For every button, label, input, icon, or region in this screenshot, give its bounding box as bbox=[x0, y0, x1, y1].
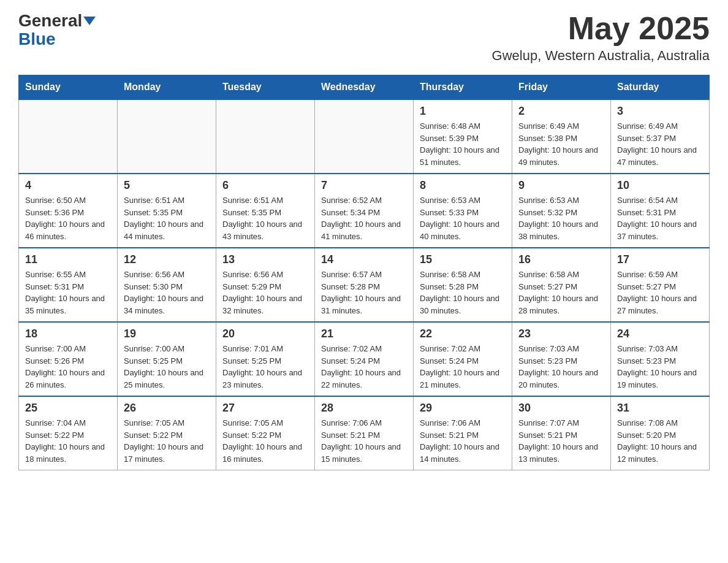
day-info: Sunrise: 6:53 AMSunset: 5:33 PMDaylight:… bbox=[420, 194, 506, 242]
calendar-weekday-tuesday: Tuesday bbox=[216, 75, 315, 100]
calendar-day-12: 12Sunrise: 6:56 AMSunset: 5:30 PMDayligh… bbox=[118, 248, 216, 322]
day-info: Sunrise: 6:51 AMSunset: 5:35 PMDaylight:… bbox=[222, 194, 308, 242]
logo: General Blue bbox=[18, 12, 96, 49]
page-header: General Blue May 2025 Gwelup, Western Au… bbox=[18, 12, 710, 64]
calendar-day-11: 11Sunrise: 6:55 AMSunset: 5:31 PMDayligh… bbox=[19, 248, 118, 322]
calendar-day-8: 8Sunrise: 6:53 AMSunset: 5:33 PMDaylight… bbox=[414, 174, 512, 248]
day-info: Sunrise: 6:59 AMSunset: 5:27 PMDaylight:… bbox=[617, 269, 703, 316]
day-number: 18 bbox=[25, 327, 111, 340]
day-number: 5 bbox=[124, 179, 210, 192]
calendar-day-29: 29Sunrise: 7:06 AMSunset: 5:21 PMDayligh… bbox=[414, 396, 512, 470]
day-number: 28 bbox=[321, 402, 407, 415]
day-number: 14 bbox=[321, 253, 407, 266]
calendar-week-row: 4Sunrise: 6:50 AMSunset: 5:36 PMDaylight… bbox=[19, 174, 710, 248]
calendar-day-31: 31Sunrise: 7:08 AMSunset: 5:20 PMDayligh… bbox=[611, 396, 710, 470]
month-title: May 2025 bbox=[492, 12, 710, 44]
calendar-day-4: 4Sunrise: 6:50 AMSunset: 5:36 PMDaylight… bbox=[19, 174, 118, 248]
calendar-day-17: 17Sunrise: 6:59 AMSunset: 5:27 PMDayligh… bbox=[611, 248, 710, 322]
day-info: Sunrise: 6:50 AMSunset: 5:36 PMDaylight:… bbox=[25, 194, 111, 242]
location-title: Gwelup, Western Australia, Australia bbox=[492, 48, 710, 64]
day-info: Sunrise: 7:08 AMSunset: 5:20 PMDaylight:… bbox=[617, 417, 703, 465]
day-info: Sunrise: 6:58 AMSunset: 5:27 PMDaylight:… bbox=[518, 269, 604, 316]
day-number: 7 bbox=[321, 179, 407, 192]
calendar-weekday-thursday: Thursday bbox=[414, 75, 512, 100]
day-number: 17 bbox=[617, 253, 703, 266]
day-number: 31 bbox=[617, 402, 703, 415]
calendar-empty-cell bbox=[19, 99, 118, 174]
day-number: 29 bbox=[420, 402, 506, 415]
day-number: 1 bbox=[420, 105, 506, 118]
day-number: 25 bbox=[25, 402, 111, 415]
day-number: 2 bbox=[518, 105, 604, 118]
calendar-week-row: 18Sunrise: 7:00 AMSunset: 5:26 PMDayligh… bbox=[19, 322, 710, 396]
day-number: 10 bbox=[617, 179, 703, 192]
calendar-day-3: 3Sunrise: 6:49 AMSunset: 5:37 PMDaylight… bbox=[611, 99, 710, 174]
calendar-day-20: 20Sunrise: 7:01 AMSunset: 5:25 PMDayligh… bbox=[216, 322, 315, 396]
day-number: 8 bbox=[420, 179, 506, 192]
day-info: Sunrise: 7:02 AMSunset: 5:24 PMDaylight:… bbox=[420, 343, 506, 391]
title-section: May 2025 Gwelup, Western Australia, Aust… bbox=[492, 12, 710, 64]
calendar-weekday-monday: Monday bbox=[118, 75, 216, 100]
calendar-weekday-sunday: Sunday bbox=[19, 75, 118, 100]
calendar-day-1: 1Sunrise: 6:48 AMSunset: 5:39 PMDaylight… bbox=[414, 99, 512, 174]
day-number: 19 bbox=[124, 327, 210, 340]
day-info: Sunrise: 7:00 AMSunset: 5:25 PMDaylight:… bbox=[124, 343, 210, 391]
day-number: 20 bbox=[222, 327, 308, 340]
calendar-day-28: 28Sunrise: 7:06 AMSunset: 5:21 PMDayligh… bbox=[315, 396, 414, 470]
day-number: 13 bbox=[222, 253, 308, 266]
logo-general: General bbox=[18, 12, 82, 29]
calendar-day-15: 15Sunrise: 6:58 AMSunset: 5:28 PMDayligh… bbox=[414, 248, 512, 322]
calendar-empty-cell bbox=[118, 99, 216, 174]
calendar-weekday-wednesday: Wednesday bbox=[315, 75, 414, 100]
day-info: Sunrise: 7:05 AMSunset: 5:22 PMDaylight:… bbox=[222, 417, 308, 465]
day-info: Sunrise: 7:00 AMSunset: 5:26 PMDaylight:… bbox=[25, 343, 111, 391]
logo-blue: Blue bbox=[18, 29, 56, 48]
day-info: Sunrise: 6:53 AMSunset: 5:32 PMDaylight:… bbox=[518, 194, 604, 242]
calendar-day-7: 7Sunrise: 6:52 AMSunset: 5:34 PMDaylight… bbox=[315, 174, 414, 248]
day-info: Sunrise: 6:52 AMSunset: 5:34 PMDaylight:… bbox=[321, 194, 407, 242]
day-number: 24 bbox=[617, 327, 703, 340]
day-info: Sunrise: 7:03 AMSunset: 5:23 PMDaylight:… bbox=[518, 343, 604, 391]
day-number: 22 bbox=[420, 327, 506, 340]
day-info: Sunrise: 6:58 AMSunset: 5:28 PMDaylight:… bbox=[420, 269, 506, 316]
day-info: Sunrise: 6:49 AMSunset: 5:38 PMDaylight:… bbox=[518, 120, 604, 168]
calendar-day-10: 10Sunrise: 6:54 AMSunset: 5:31 PMDayligh… bbox=[611, 174, 710, 248]
calendar-day-6: 6Sunrise: 6:51 AMSunset: 5:35 PMDaylight… bbox=[216, 174, 315, 248]
calendar-weekday-friday: Friday bbox=[512, 75, 611, 100]
day-number: 16 bbox=[518, 253, 604, 266]
calendar-day-19: 19Sunrise: 7:00 AMSunset: 5:25 PMDayligh… bbox=[118, 322, 216, 396]
calendar-empty-cell bbox=[216, 99, 315, 174]
day-info: Sunrise: 6:51 AMSunset: 5:35 PMDaylight:… bbox=[124, 194, 210, 242]
day-info: Sunrise: 6:55 AMSunset: 5:31 PMDaylight:… bbox=[25, 269, 111, 316]
day-info: Sunrise: 6:48 AMSunset: 5:39 PMDaylight:… bbox=[420, 120, 506, 168]
day-info: Sunrise: 7:02 AMSunset: 5:24 PMDaylight:… bbox=[321, 343, 407, 391]
day-info: Sunrise: 6:54 AMSunset: 5:31 PMDaylight:… bbox=[617, 194, 703, 242]
day-number: 6 bbox=[222, 179, 308, 192]
calendar-day-21: 21Sunrise: 7:02 AMSunset: 5:24 PMDayligh… bbox=[315, 322, 414, 396]
day-number: 15 bbox=[420, 253, 506, 266]
calendar-week-row: 25Sunrise: 7:04 AMSunset: 5:22 PMDayligh… bbox=[19, 396, 710, 470]
calendar-day-9: 9Sunrise: 6:53 AMSunset: 5:32 PMDaylight… bbox=[512, 174, 611, 248]
calendar-day-18: 18Sunrise: 7:00 AMSunset: 5:26 PMDayligh… bbox=[19, 322, 118, 396]
logo-triangle-icon bbox=[83, 17, 96, 25]
day-info: Sunrise: 7:03 AMSunset: 5:23 PMDaylight:… bbox=[617, 343, 703, 391]
calendar-day-25: 25Sunrise: 7:04 AMSunset: 5:22 PMDayligh… bbox=[19, 396, 118, 470]
calendar-header-row: SundayMondayTuesdayWednesdayThursdayFrid… bbox=[19, 75, 710, 100]
day-number: 12 bbox=[124, 253, 210, 266]
day-number: 21 bbox=[321, 327, 407, 340]
calendar-weekday-saturday: Saturday bbox=[611, 75, 710, 100]
calendar-day-22: 22Sunrise: 7:02 AMSunset: 5:24 PMDayligh… bbox=[414, 322, 512, 396]
calendar-day-26: 26Sunrise: 7:05 AMSunset: 5:22 PMDayligh… bbox=[118, 396, 216, 470]
day-info: Sunrise: 7:07 AMSunset: 5:21 PMDaylight:… bbox=[518, 417, 604, 465]
day-info: Sunrise: 7:05 AMSunset: 5:22 PMDaylight:… bbox=[124, 417, 210, 465]
day-info: Sunrise: 7:01 AMSunset: 5:25 PMDaylight:… bbox=[222, 343, 308, 391]
calendar-empty-cell bbox=[315, 99, 414, 174]
day-info: Sunrise: 7:04 AMSunset: 5:22 PMDaylight:… bbox=[25, 417, 111, 465]
calendar-table: SundayMondayTuesdayWednesdayThursdayFrid… bbox=[18, 75, 710, 470]
day-info: Sunrise: 6:56 AMSunset: 5:30 PMDaylight:… bbox=[124, 269, 210, 316]
calendar-week-row: 1Sunrise: 6:48 AMSunset: 5:39 PMDaylight… bbox=[19, 99, 710, 174]
calendar-day-27: 27Sunrise: 7:05 AMSunset: 5:22 PMDayligh… bbox=[216, 396, 315, 470]
day-info: Sunrise: 6:56 AMSunset: 5:29 PMDaylight:… bbox=[222, 269, 308, 316]
day-number: 30 bbox=[518, 402, 604, 415]
calendar-day-23: 23Sunrise: 7:03 AMSunset: 5:23 PMDayligh… bbox=[512, 322, 611, 396]
